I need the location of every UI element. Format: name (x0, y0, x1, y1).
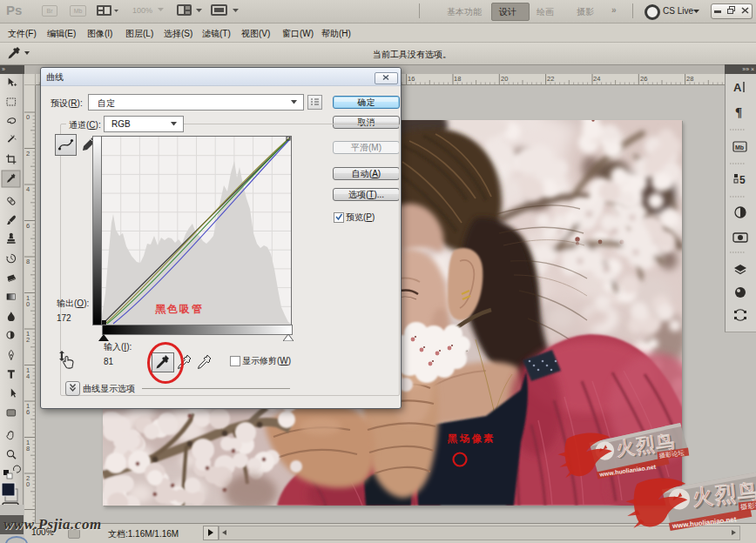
svg-text:16: 16 (408, 75, 415, 83)
svg-text:Mb: Mb (735, 144, 744, 151)
svg-text:8: 8 (26, 258, 30, 265)
svg-text:8: 8 (26, 445, 30, 452)
svg-text:2: 2 (26, 150, 30, 158)
svg-text:A: A (733, 81, 742, 94)
svg-text:22: 22 (547, 75, 554, 83)
svg-text:0: 0 (26, 300, 30, 308)
svg-text:18: 18 (454, 75, 461, 83)
svg-text:0: 0 (26, 480, 30, 488)
svg-text:黑场像素: 黑场像素 (447, 433, 496, 444)
svg-text:28: 28 (686, 75, 693, 83)
svg-text:5: 5 (739, 174, 746, 186)
svg-text:20: 20 (501, 75, 508, 83)
svg-text:6: 6 (26, 408, 30, 416)
svg-text:24: 24 (593, 75, 600, 83)
svg-text:2: 2 (26, 336, 30, 344)
svg-text:6: 6 (26, 222, 30, 230)
svg-text:26: 26 (640, 75, 647, 83)
svg-text:4: 4 (26, 372, 30, 380)
svg-text:4: 4 (26, 185, 30, 193)
svg-text:0: 0 (26, 113, 30, 121)
svg-text:¶: ¶ (735, 105, 742, 119)
